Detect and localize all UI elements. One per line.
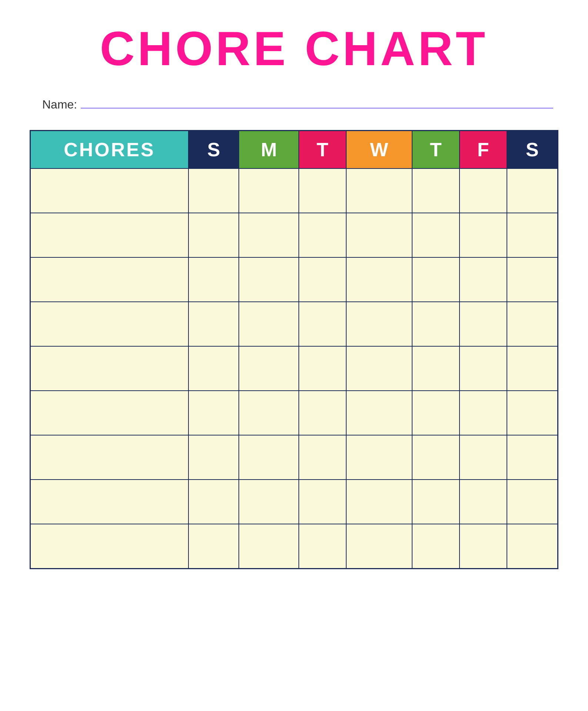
table-row	[30, 435, 558, 480]
chore-day-cell	[507, 391, 558, 435]
header-tuesday: T	[299, 131, 346, 169]
chore-day-cell	[412, 524, 460, 568]
chore-day-cell	[239, 480, 299, 524]
chore-day-cell	[188, 391, 239, 435]
chore-day-cell	[188, 524, 239, 568]
header-wednesday: W	[346, 131, 412, 169]
chore-day-cell	[346, 257, 412, 302]
chore-name-cell	[30, 391, 189, 435]
chore-day-cell	[188, 168, 239, 213]
table-body	[30, 168, 558, 568]
table-row	[30, 168, 558, 213]
chore-day-cell	[188, 480, 239, 524]
chore-chart-table: CHORES S M T W T F S	[30, 130, 558, 569]
chore-day-cell	[346, 435, 412, 480]
chore-day-cell	[239, 346, 299, 391]
table-row	[30, 524, 558, 568]
table-row	[30, 391, 558, 435]
chore-day-cell	[412, 257, 460, 302]
chore-day-cell	[188, 435, 239, 480]
chore-name-cell	[30, 302, 189, 346]
chore-day-cell	[346, 480, 412, 524]
chore-day-cell	[239, 168, 299, 213]
chore-day-cell	[299, 168, 346, 213]
table-row	[30, 480, 558, 524]
chore-day-cell	[460, 524, 507, 568]
chore-day-cell	[412, 346, 460, 391]
chore-day-cell	[460, 168, 507, 213]
chore-name-cell	[30, 346, 189, 391]
chore-day-cell	[507, 346, 558, 391]
chore-day-cell	[299, 257, 346, 302]
chore-name-cell	[30, 168, 189, 213]
name-row: Name:	[35, 97, 553, 111]
chore-day-cell	[460, 346, 507, 391]
chore-day-cell	[507, 480, 558, 524]
chores-header: CHORES	[30, 131, 189, 169]
chore-day-cell	[460, 302, 507, 346]
chore-day-cell	[507, 524, 558, 568]
chore-day-cell	[507, 257, 558, 302]
chore-day-cell	[239, 524, 299, 568]
chore-name-cell	[30, 213, 189, 257]
table-header-row: CHORES S M T W T F S	[30, 131, 558, 169]
header-saturday: S	[507, 131, 558, 169]
chore-day-cell	[507, 168, 558, 213]
header-friday: F	[460, 131, 507, 169]
chore-day-cell	[412, 213, 460, 257]
chore-day-cell	[460, 480, 507, 524]
table-row	[30, 346, 558, 391]
chore-day-cell	[346, 524, 412, 568]
chore-name-cell	[30, 257, 189, 302]
name-label: Name:	[42, 98, 77, 111]
chore-day-cell	[299, 524, 346, 568]
table-row	[30, 213, 558, 257]
chore-day-cell	[239, 391, 299, 435]
chore-day-cell	[239, 213, 299, 257]
chore-day-cell	[299, 391, 346, 435]
header-thursday: T	[412, 131, 460, 169]
page-title: CHORE CHART	[100, 22, 488, 75]
chore-day-cell	[507, 435, 558, 480]
chore-day-cell	[412, 391, 460, 435]
chore-day-cell	[460, 435, 507, 480]
chore-day-cell	[412, 302, 460, 346]
chore-day-cell	[507, 213, 558, 257]
chore-day-cell	[299, 435, 346, 480]
chore-day-cell	[188, 257, 239, 302]
chore-day-cell	[299, 480, 346, 524]
chore-name-cell	[30, 480, 189, 524]
chore-day-cell	[239, 435, 299, 480]
chore-day-cell	[239, 257, 299, 302]
chore-day-cell	[460, 391, 507, 435]
chore-day-cell	[412, 435, 460, 480]
chore-day-cell	[188, 302, 239, 346]
chore-name-cell	[30, 435, 189, 480]
name-underline	[81, 97, 553, 109]
chore-name-cell	[30, 524, 189, 568]
table-row	[30, 302, 558, 346]
table-row	[30, 257, 558, 302]
chore-day-cell	[346, 391, 412, 435]
chore-day-cell	[460, 213, 507, 257]
header-sunday-1: S	[188, 131, 239, 169]
header-monday: M	[239, 131, 299, 169]
chore-day-cell	[412, 480, 460, 524]
chore-day-cell	[460, 257, 507, 302]
chore-day-cell	[412, 168, 460, 213]
chore-day-cell	[299, 302, 346, 346]
chore-day-cell	[346, 168, 412, 213]
chore-day-cell	[346, 346, 412, 391]
chore-day-cell	[346, 302, 412, 346]
chore-day-cell	[188, 213, 239, 257]
chore-day-cell	[507, 302, 558, 346]
chore-day-cell	[188, 346, 239, 391]
chore-day-cell	[299, 346, 346, 391]
chore-day-cell	[239, 302, 299, 346]
chore-day-cell	[299, 213, 346, 257]
chore-day-cell	[346, 213, 412, 257]
